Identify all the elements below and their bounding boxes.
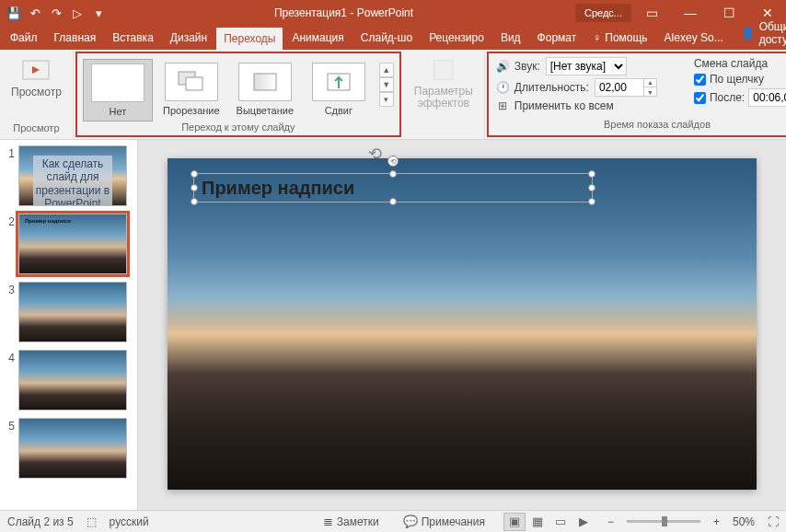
ribbon: Просмотр Просмотр Нет Прорезание Выцвета… <box>0 50 786 140</box>
preview-button[interactable]: Просмотр <box>6 53 67 102</box>
reading-view-button[interactable]: ▭ <box>549 513 572 531</box>
tab-view[interactable]: Вид <box>492 26 529 50</box>
sound-label: Звук: <box>514 60 540 73</box>
gallery-down-button[interactable]: ▼ <box>379 77 394 92</box>
duration-up[interactable]: ▲ <box>643 78 656 87</box>
handle-mr[interactable] <box>588 184 595 191</box>
group-preview-label: Просмотр <box>13 122 59 135</box>
tab-file[interactable]: Файл <box>2 26 46 50</box>
thumb-2[interactable]: Пример надписи <box>18 214 127 274</box>
tab-review[interactable]: Рецензиро <box>421 26 492 50</box>
ribbon-tabs: Файл Главная Вставка Дизайн Переходы Ани… <box>0 26 786 50</box>
tab-format[interactable]: Формат <box>529 26 585 50</box>
preview-label: Просмотр <box>11 86 62 98</box>
gallery-more-button[interactable]: ▾ <box>379 92 394 107</box>
status-language[interactable]: русский <box>110 515 149 528</box>
thumb-row-3[interactable]: 3 <box>4 282 133 342</box>
tab-account[interactable]: Alexey So... <box>656 26 732 50</box>
context-tab-badge[interactable]: Средс... <box>575 4 631 22</box>
handle-bl[interactable] <box>191 198 198 205</box>
zoom-out-button[interactable]: − <box>607 515 614 528</box>
thumb-num-5: 5 <box>4 418 15 479</box>
sound-select[interactable]: [Нет звука] <box>546 57 627 75</box>
handle-ml[interactable] <box>191 184 198 191</box>
thumb-row-1[interactable]: 1 Как сделать слайд дляпрезентации в Pow… <box>4 145 133 206</box>
save-button[interactable]: 💾 <box>4 3 24 23</box>
tab-slideshow[interactable]: Слайд-шо <box>353 26 421 50</box>
apply-all-button[interactable]: Применить ко всем <box>514 99 614 112</box>
undo-button[interactable]: ↶ <box>25 3 45 23</box>
transition-fade[interactable]: Выцветание <box>230 59 300 120</box>
after-input[interactable] <box>749 91 786 104</box>
tab-animations[interactable]: Анимация <box>283 26 352 50</box>
redo-button[interactable]: ↷ <box>46 3 66 23</box>
fit-window-button[interactable]: ⛶ <box>768 515 779 528</box>
duration-input[interactable] <box>595 81 643 94</box>
after-checkbox[interactable] <box>694 92 706 104</box>
zoom-slider[interactable] <box>627 520 700 523</box>
qat-more-button[interactable]: ▾ <box>88 3 109 23</box>
sorter-view-button[interactable]: ▦ <box>526 513 549 531</box>
thumb-row-4[interactable]: 4 <box>4 350 133 411</box>
duration-label: Длительность: <box>514 81 589 94</box>
handle-tl[interactable] <box>191 170 198 178</box>
tab-transitions[interactable]: Переходы <box>215 27 283 50</box>
after-spinner[interactable]: ▲▼ <box>748 88 786 107</box>
transition-cut-label: Прорезание <box>163 105 220 116</box>
gallery-up-button[interactable]: ▲ <box>379 63 394 77</box>
transition-none[interactable]: Нет <box>83 59 153 121</box>
thumb-3[interactable] <box>18 282 127 342</box>
thumb-1[interactable]: Как сделать слайд дляпрезентации в Power… <box>18 145 127 206</box>
rotate-handle[interactable]: ⟲ <box>387 156 399 167</box>
svg-rect-2 <box>186 77 202 90</box>
transition-fade-label: Выцветание <box>237 105 294 116</box>
handle-br[interactable] <box>588 198 595 205</box>
gallery-scroll: ▲ ▼ ▾ <box>379 63 394 107</box>
tab-insert[interactable]: Вставка <box>104 26 162 50</box>
on-click-checkbox[interactable] <box>694 74 706 86</box>
handle-tm[interactable] <box>389 170 397 178</box>
slideshow-view-button[interactable]: ▶ <box>572 513 595 531</box>
handle-bm[interactable] <box>389 198 397 205</box>
thumb-row-5[interactable]: 5 <box>4 418 133 479</box>
window-title: Презентация1 - PowerPoint <box>112 6 575 19</box>
notes-button[interactable]: ≣Заметки <box>318 513 385 530</box>
group-timing: 🔊 Звук: [Нет звука] 🕐 Длительность: ▲▼ ⊞… <box>487 52 786 137</box>
person-icon: 👤 <box>741 27 755 40</box>
ribbon-options-button[interactable]: ▭ <box>633 0 670 26</box>
duration-spinner[interactable]: ▲▼ <box>595 78 657 97</box>
minimize-button[interactable]: — <box>672 0 709 26</box>
slide[interactable]: Пример надписи ⟲ <box>168 158 757 490</box>
tab-design[interactable]: Дизайн <box>162 26 215 50</box>
duration-down[interactable]: ▼ <box>643 87 656 97</box>
comments-button[interactable]: 💬Примечания <box>398 513 491 530</box>
tab-help[interactable]: ♀Помощь <box>584 26 655 50</box>
start-slideshow-button[interactable]: ▷ <box>67 3 87 23</box>
normal-view-button[interactable]: ▣ <box>503 513 526 531</box>
thumb-5[interactable] <box>18 418 127 479</box>
statusbar: Слайд 2 из 5 ⬚ русский ≣Заметки 💬Примеча… <box>0 510 786 532</box>
quick-access-toolbar: 💾 ↶ ↷ ▷ ▾ <box>0 3 112 23</box>
spellcheck-icon[interactable]: ⬚ <box>87 515 97 528</box>
thumb-num-3: 3 <box>4 282 15 342</box>
transition-none-icon <box>91 64 144 102</box>
zoom-in-button[interactable]: + <box>713 515 720 528</box>
thumb-row-2[interactable]: 2 Пример надписи <box>4 214 133 274</box>
thumb-num-2: 2 <box>4 214 15 274</box>
zoom-level[interactable]: 50% <box>733 515 755 528</box>
comments-icon: 💬 <box>403 515 418 528</box>
share-button[interactable]: 👤Общий доступ <box>732 17 786 50</box>
group-preview: Просмотр Просмотр <box>0 50 74 139</box>
thumb-4[interactable] <box>18 350 127 411</box>
canvas[interactable]: ⟲ Пример надписи ⟲ <box>138 140 786 510</box>
tab-home[interactable]: Главная <box>46 26 105 50</box>
handle-tr[interactable] <box>588 170 595 178</box>
zoom-knob[interactable] <box>662 516 667 526</box>
transition-cut[interactable]: Прорезание <box>156 59 226 120</box>
advance-title: Смена слайда <box>694 57 786 70</box>
transition-push-label: Сдвиг <box>325 105 353 116</box>
transition-push-icon <box>312 63 365 101</box>
transition-push[interactable]: Сдвиг <box>304 59 374 120</box>
transition-gallery: Нет Прорезание Выцветание Сдвиг ▲ ▼ ▾ <box>83 55 394 121</box>
textbox[interactable]: Пример надписи ⟲ <box>193 173 593 202</box>
